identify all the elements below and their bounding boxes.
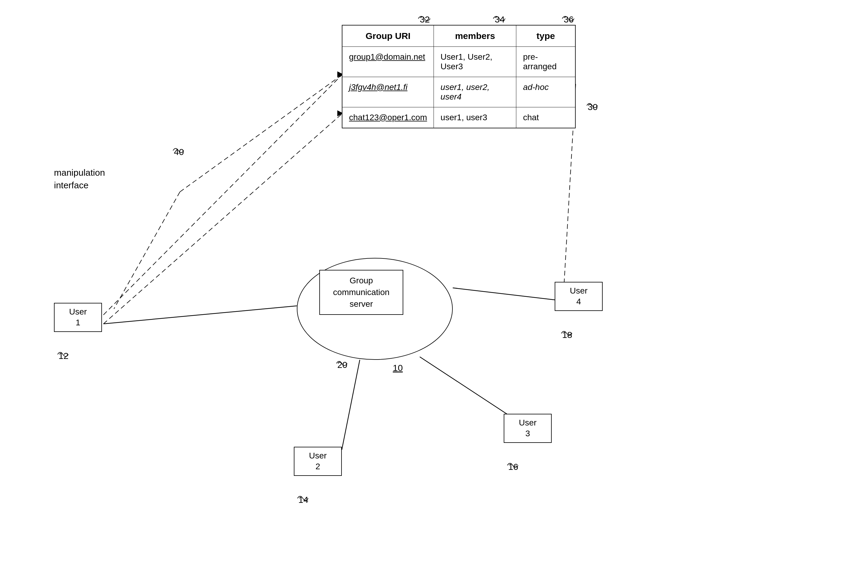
ref-10: 10 bbox=[393, 363, 403, 373]
svg-line-0 bbox=[103, 306, 297, 324]
svg-line-3 bbox=[420, 357, 516, 420]
svg-line-2 bbox=[342, 360, 360, 450]
squiggle-18 bbox=[560, 328, 576, 337]
row3-members: user1, user3 bbox=[434, 107, 516, 129]
manipulation-interface-label: manipulationinterface bbox=[54, 166, 105, 192]
row2-members: user1, user2, user4 bbox=[434, 77, 516, 107]
row1-type: pre-arranged bbox=[516, 47, 576, 77]
col-header-uri: Group URI bbox=[342, 25, 434, 47]
col-header-type: type bbox=[516, 25, 576, 47]
row3-uri: chat123@oper1.com bbox=[342, 107, 434, 129]
squiggle-40 bbox=[171, 145, 188, 154]
row2-uri: j3fgv4h@net1.fi bbox=[342, 77, 434, 107]
server-box: Groupcommunicationserver bbox=[319, 270, 403, 315]
squiggle-16 bbox=[506, 460, 522, 468]
group-table: Group URI members type group1@domain.net… bbox=[342, 25, 576, 129]
squiggle-12 bbox=[56, 349, 72, 358]
svg-line-1 bbox=[453, 288, 555, 300]
col-header-members: members bbox=[434, 25, 516, 47]
row1-uri: group1@domain.net bbox=[342, 47, 434, 77]
row1-members: User1, User2, User3 bbox=[434, 47, 516, 77]
table-row: chat123@oper1.com user1, user3 chat bbox=[342, 107, 576, 129]
row2-type: ad-hoc bbox=[516, 77, 576, 107]
squiggle-14 bbox=[296, 493, 312, 501]
diagram-container: 32 34 36 Group URI members type group1@d… bbox=[0, 0, 868, 588]
squiggle-20 bbox=[335, 358, 351, 366]
svg-line-9 bbox=[114, 192, 180, 309]
user2-box: User2 bbox=[294, 447, 342, 476]
squiggle-30 bbox=[585, 100, 602, 109]
squiggle-32 bbox=[417, 13, 435, 22]
table-row: j3fgv4h@net1.fi user1, user2, user4 ad-h… bbox=[342, 77, 576, 107]
squiggle-34 bbox=[492, 13, 510, 22]
svg-line-10 bbox=[180, 75, 342, 192]
svg-line-4 bbox=[103, 75, 342, 315]
user3-box: User3 bbox=[504, 414, 552, 443]
squiggle-36 bbox=[561, 13, 579, 22]
row3-type: chat bbox=[516, 107, 576, 129]
user1-box: User1 bbox=[54, 303, 102, 332]
table-row: group1@domain.net User1, User2, User3 pr… bbox=[342, 47, 576, 77]
user4-box: User4 bbox=[555, 282, 603, 311]
